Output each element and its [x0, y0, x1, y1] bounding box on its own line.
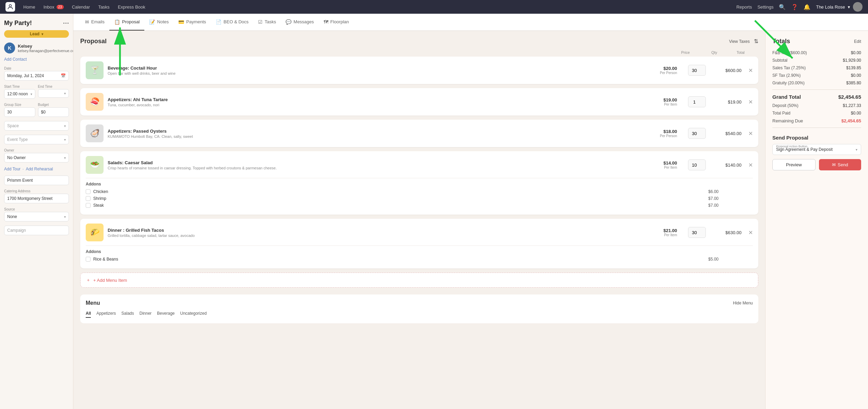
app-logo[interactable]	[5, 2, 15, 12]
remove-item-button[interactable]: ✕	[748, 162, 753, 168]
menu-item-info: Appetizers: Ahi Tuna Tartare Tuna, cucum…	[108, 97, 659, 107]
qty-input[interactable]	[688, 128, 706, 139]
add-contact-link[interactable]: Add Contact	[4, 57, 69, 62]
tab-notes[interactable]: 📝 Notes	[144, 14, 173, 31]
addon-price: $6.00	[708, 189, 719, 194]
event-type-select[interactable]: Event Type ▾	[4, 135, 69, 144]
send-proposal-title: Send Proposal	[772, 135, 861, 141]
tab-payments[interactable]: 💳 Payments	[173, 14, 211, 31]
menu-item-row: 🍣 Appetizers: Ahi Tuna Tartare Tuna, cuc…	[86, 93, 753, 111]
totals-divider	[772, 89, 861, 90]
preview-button[interactable]: Preview	[772, 159, 816, 170]
owner-select[interactable]: No Owner ▾	[4, 153, 69, 163]
addon-checkbox[interactable]	[86, 257, 91, 262]
sidebar-menu-icon[interactable]: ⋯	[63, 19, 69, 27]
remove-item-button[interactable]: ✕	[748, 67, 753, 74]
fb-min-value: $0.00	[851, 50, 861, 55]
help-icon[interactable]: ❓	[791, 4, 798, 10]
nav-left: Home Inbox 23 Calendar Tasks Express Boo…	[5, 2, 145, 12]
budget-input[interactable]: $0	[38, 107, 69, 117]
catering-address-input[interactable]: 1700 Montgomery Street	[4, 194, 69, 203]
deposit-value: $1,227.33	[843, 103, 861, 108]
tab-emails[interactable]: ✉ Emails	[80, 14, 109, 31]
tab-proposal[interactable]: 📋 Proposal	[109, 14, 144, 31]
tab-messages[interactable]: 💬 Messages	[281, 14, 318, 31]
tab-floorplan[interactable]: 🗺 Floorplan	[319, 14, 354, 31]
tab-tasks[interactable]: ☑ Tasks	[253, 14, 281, 31]
group-size-input[interactable]: 30	[4, 107, 35, 117]
filter-tab-beverage[interactable]: Beverage	[157, 311, 174, 318]
end-time-select[interactable]: ▾	[38, 89, 69, 98]
main-content: ✉ Emails 📋 Proposal 📝 Notes 💳 Payments 📄…	[73, 14, 868, 409]
add-tour-link[interactable]: Add Tour	[4, 167, 21, 171]
nav-settings[interactable]: Settings	[757, 4, 773, 10]
hide-menu-button[interactable]: Hide Menu	[733, 301, 753, 305]
edit-button[interactable]: Edit	[854, 39, 861, 44]
filter-tab-dinner[interactable]: Dinner	[140, 311, 152, 318]
sf-tax-row: SF Tax (2.90%) $0.00	[772, 73, 861, 78]
qty-input[interactable]	[688, 159, 706, 170]
menu-item-image: 🌮	[86, 224, 104, 241]
space-select[interactable]: Space ▾	[4, 121, 69, 131]
filter-tab-salads[interactable]: Salads	[121, 311, 134, 318]
addon-checkbox[interactable]	[86, 196, 91, 201]
filter-tab-appetizers[interactable]: Appetizers	[96, 311, 116, 318]
remove-item-button[interactable]: ✕	[748, 130, 753, 137]
nav-tasks[interactable]: Tasks	[98, 4, 109, 10]
proposal-action-dropdown[interactable]: Proposal Action Button Sign Agreement & …	[772, 144, 861, 155]
menu-item-desc: Crisp hearts of romaine tossed in caesar…	[108, 166, 659, 170]
nav-reports[interactable]: Reports	[736, 4, 752, 10]
addon-name: Chicken	[93, 189, 706, 194]
remove-item-button[interactable]: ✕	[748, 229, 753, 236]
remove-item-button[interactable]: ✕	[748, 99, 753, 105]
qty-input[interactable]	[688, 227, 706, 238]
group-size-field: Group Size 30	[4, 103, 35, 117]
time-row: Start Time 12:00 noon ▾ End Time ▾	[4, 85, 69, 99]
qty-input[interactable]	[688, 96, 706, 107]
nav-inbox[interactable]: Inbox 23	[44, 4, 64, 10]
send-button[interactable]: ✉ Send	[819, 159, 861, 170]
menu-item-row: 🥗 Salads: Caesar Salad Crisp hearts of r…	[86, 156, 753, 174]
proposal-icon: 📋	[114, 19, 120, 25]
calendar-icon: 📅	[61, 73, 66, 78]
bell-icon[interactable]: 🔔	[804, 4, 810, 10]
filter-tab-all[interactable]: All	[86, 311, 91, 318]
nav-calendar[interactable]: Calendar	[72, 4, 90, 10]
nav-express-book[interactable]: Express Book	[118, 4, 145, 10]
group-size-label: Group Size	[4, 103, 35, 107]
qty-input[interactable]	[688, 65, 706, 76]
menu-item-card: 🥗 Salads: Caesar Salad Crisp hearts of r…	[80, 151, 758, 215]
view-taxes-button[interactable]: View Taxes	[729, 39, 750, 44]
addon-checkbox[interactable]	[86, 189, 91, 194]
menu-item-image: 🥗	[86, 156, 104, 174]
menu-item-name: Dinner : Grilled Fish Tacos	[108, 228, 659, 233]
source-select[interactable]: None ▾	[4, 212, 69, 221]
subtotal-row: Subtotal $1,929.00	[772, 58, 861, 63]
campaign-input[interactable]: Campaign	[4, 226, 69, 235]
addon-price: $7.00	[708, 203, 719, 208]
add-menu-item-button[interactable]: ＋ + Add Menu Item	[80, 273, 758, 288]
tab-beo-docs[interactable]: 📄 BEO & Docs	[211, 14, 253, 31]
start-time-field: Start Time 12:00 noon ▾	[4, 85, 35, 99]
sales-tax-row: Sales Tax (7.25%) $139.85	[772, 65, 861, 70]
menu-item-info: Salads: Caesar Salad Crisp hearts of rom…	[108, 160, 659, 170]
filter-tab-uncategorized[interactable]: Uncategorized	[180, 311, 206, 318]
date-input[interactable]: Monday, Jul 1, 2024 📅	[4, 71, 69, 81]
event-type-chevron-icon: ▾	[64, 138, 66, 142]
start-time-select[interactable]: 12:00 noon ▾	[4, 89, 35, 99]
lead-badge[interactable]: Lead ▾	[4, 30, 69, 38]
sidebar: My Party! ⋯ Lead ▾ K Kelsey kelsey.flana…	[0, 14, 73, 409]
grand-total-label: Grand Total	[772, 94, 801, 100]
user-menu[interactable]: The Lola Rose ▾	[816, 2, 863, 12]
search-icon[interactable]: 🔍	[779, 4, 786, 10]
sort-icon[interactable]: ⇅	[754, 38, 758, 45]
nav-home[interactable]: Home	[23, 4, 35, 10]
add-rehearsal-link[interactable]: Add Rehearsal	[26, 167, 53, 171]
addon-checkbox[interactable]	[86, 203, 91, 208]
menu-item-card: 🍣 Appetizers: Ahi Tuna Tartare Tuna, cuc…	[80, 88, 758, 116]
prismm-input[interactable]: Prismm Event	[4, 176, 69, 185]
gratuity-label: Gratuity (20.00%)	[772, 81, 805, 85]
total-paid-value: $0.00	[851, 111, 861, 116]
payments-icon: 💳	[178, 19, 184, 25]
addon-name: Shrimp	[93, 196, 706, 201]
